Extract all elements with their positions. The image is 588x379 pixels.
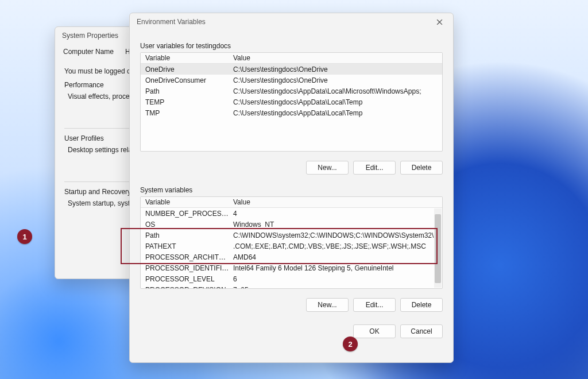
scrollbar-thumb[interactable] <box>435 214 441 283</box>
user-var-row[interactable]: OneDriveConsumerC:\Users\testingdocs\One… <box>141 75 442 86</box>
col-value: Value <box>230 198 442 206</box>
row-value: Intel64 Family 6 Model 126 Stepping 5, G… <box>230 264 442 272</box>
user-var-row[interactable]: TEMPC:\Users\testingdocs\AppData\Local\T… <box>141 96 442 107</box>
sys-var-row[interactable]: PROCESSOR_IDENTIFIERIntel64 Family 6 Mod… <box>141 262 442 273</box>
row-value: C:\Users\testingdocs\AppData\Local\Temp <box>230 98 442 106</box>
sys-new-button[interactable]: New... <box>306 298 349 312</box>
sys-var-row[interactable]: OSWindows_NT <box>141 219 442 230</box>
sys-edit-button[interactable]: Edit... <box>353 298 396 312</box>
sys-delete-button[interactable]: Delete <box>400 298 443 312</box>
row-variable: OneDriveConsumer <box>141 76 230 84</box>
col-variable: Variable <box>141 198 230 206</box>
environment-variables-dialog: Environment Variables User variables for… <box>129 13 454 363</box>
row-value: C:\Users\testingdocs\OneDrive <box>230 76 442 84</box>
row-value: .COM;.EXE;.BAT;.CMD;.VBS;.VBE;.JS;.JSE;.… <box>230 242 442 250</box>
row-variable: OS <box>141 221 230 229</box>
annotation-badge-2: 2 <box>343 337 358 351</box>
sys-var-row[interactable]: PATHEXT.COM;.EXE;.BAT;.CMD;.VBS;.VBE;.JS… <box>141 241 442 252</box>
row-variable: PROCESSOR_LEVEL <box>141 275 230 283</box>
row-value: C:\WINDOWS\system32;C:\WINDOWS;C:\WINDOW… <box>230 231 442 239</box>
col-value: Value <box>230 54 442 62</box>
ok-button[interactable]: OK <box>353 324 396 338</box>
sys-var-row[interactable]: PathC:\WINDOWS\system32;C:\WINDOWS;C:\WI… <box>141 230 442 241</box>
user-delete-button[interactable]: Delete <box>400 161 443 175</box>
row-variable: TMP <box>141 109 230 117</box>
user-var-row[interactable]: OneDriveC:\Users\testingdocs\OneDrive <box>141 64 442 75</box>
row-variable: PROCESSOR_IDENTIFIER <box>141 264 230 272</box>
row-value: 7e05 <box>230 286 442 289</box>
sys-vars-list[interactable]: Variable Value NUMBER_OF_PROCESSORS4OSWi… <box>140 196 443 289</box>
row-variable: Path <box>141 87 230 95</box>
row-value: C:\Users\testingdocs\AppData\Local\Temp <box>230 109 442 117</box>
row-value: 6 <box>230 275 442 283</box>
row-variable: TEMP <box>141 98 230 106</box>
row-variable: PROCESSOR_ARCHITECTURE <box>141 253 230 261</box>
sys-vars-label: System variables <box>130 183 453 196</box>
user-vars-list[interactable]: Variable Value OneDriveC:\Users\testingd… <box>140 52 443 152</box>
scrollbar[interactable] <box>434 208 442 288</box>
row-value: Windows_NT <box>230 221 442 229</box>
close-button[interactable] <box>432 15 446 29</box>
close-icon <box>436 19 443 25</box>
sys-var-row[interactable]: NUMBER_OF_PROCESSORS4 <box>141 208 442 219</box>
env-titlebar: Environment Variables <box>130 13 453 30</box>
user-var-row[interactable]: TMPC:\Users\testingdocs\AppData\Local\Te… <box>141 107 442 118</box>
tab-computer-name[interactable]: Computer Name <box>59 45 118 58</box>
row-variable: OneDrive <box>141 65 230 74</box>
row-variable: NUMBER_OF_PROCESSORS <box>141 210 230 218</box>
row-variable: PATHEXT <box>141 242 230 250</box>
sys-var-row[interactable]: PROCESSOR_ARCHITECTUREAMD64 <box>141 252 442 262</box>
user-edit-button[interactable]: Edit... <box>353 161 396 175</box>
row-variable: PROCESSOR_REVISION <box>141 286 230 289</box>
list-header: Variable Value <box>141 197 442 208</box>
user-var-row[interactable]: PathC:\Users\testingdocs\AppData\Local\M… <box>141 86 442 96</box>
cancel-button[interactable]: Cancel <box>400 324 443 338</box>
user-vars-label: User variables for testingdocs <box>130 38 453 52</box>
user-new-button[interactable]: New... <box>306 161 349 175</box>
col-variable: Variable <box>141 54 230 62</box>
annotation-badge-1: 1 <box>17 229 32 244</box>
row-value: C:\Users\testingdocs\AppData\Local\Micro… <box>230 87 442 95</box>
row-variable: Path <box>141 231 230 239</box>
sysprop-title: System Properties <box>62 32 118 40</box>
env-title: Environment Variables <box>137 18 206 26</box>
row-value: AMD64 <box>230 253 442 261</box>
row-value: 4 <box>230 210 442 218</box>
list-header: Variable Value <box>141 53 442 64</box>
row-value: C:\Users\testingdocs\OneDrive <box>230 65 442 74</box>
sys-var-row[interactable]: PROCESSOR_LEVEL6 <box>141 273 442 284</box>
sys-var-row[interactable]: PROCESSOR_REVISION7e05 <box>141 284 442 288</box>
